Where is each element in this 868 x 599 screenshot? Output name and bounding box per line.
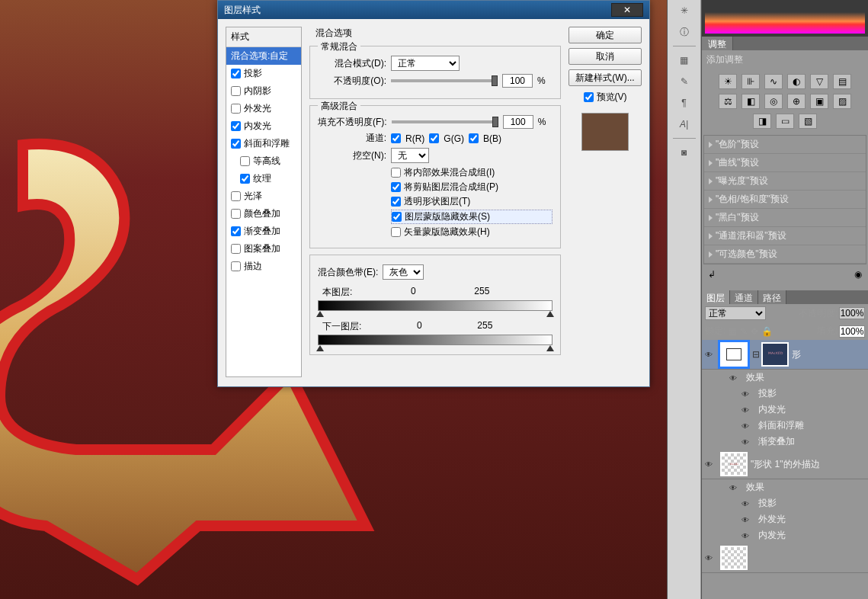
effect-item[interactable]: 外发光	[702, 511, 868, 527]
effect-item[interactable]: 渐变叠加	[702, 434, 868, 450]
channel-r[interactable]	[391, 133, 401, 143]
preset-row[interactable]: "色相/饱和度"预设	[704, 191, 866, 209]
style-item[interactable]: 图案叠加	[226, 240, 301, 258]
cb-transparency-shapes[interactable]	[391, 197, 401, 207]
preview-checkbox[interactable]	[584, 92, 594, 102]
underlying-gradient[interactable]	[318, 335, 553, 345]
style-item[interactable]: 斜面和浮雕	[226, 135, 301, 152]
character-icon[interactable]: A|	[677, 117, 692, 132]
fill-opacity-input[interactable]	[503, 115, 533, 129]
cb-layer-mask-hide[interactable]	[392, 212, 402, 222]
visibility-icon[interactable]	[741, 389, 752, 399]
cb-inner-effects[interactable]	[391, 168, 401, 178]
style-item[interactable]: 纹理	[226, 170, 301, 187]
cancel-button[interactable]: 取消	[569, 48, 642, 65]
style-checkbox[interactable]	[231, 191, 241, 201]
visibility-icon[interactable]	[741, 437, 752, 447]
style-item[interactable]: 等高线	[226, 152, 301, 170]
style-checkbox[interactable]	[231, 226, 241, 236]
effect-item[interactable]: 投影	[702, 386, 868, 402]
style-item[interactable]: 混合选项:自定	[226, 47, 301, 65]
layer-fill-input[interactable]	[839, 325, 865, 338]
effect-item[interactable]: 斜面和浮雕	[702, 418, 868, 434]
blend-mode-select[interactable]: 正常	[391, 56, 460, 71]
layer-thumb[interactable]: ᴬᴸᴸᴵᴰ	[720, 452, 748, 476]
preset-row[interactable]: "色阶"预设	[704, 136, 866, 154]
lock-brush-icon[interactable]: ✎	[740, 326, 748, 337]
layer-opacity-input[interactable]	[839, 307, 865, 319]
visibility-icon[interactable]	[705, 553, 716, 563]
style-item[interactable]: 光泽	[226, 187, 301, 205]
style-checkbox[interactable]	[231, 69, 241, 78]
style-checkbox[interactable]	[231, 244, 241, 254]
adj-arrow-icon[interactable]: ↲	[708, 269, 716, 280]
lock-transparency-icon[interactable]: ▦	[729, 326, 737, 337]
visibility-icon[interactable]	[741, 530, 752, 541]
cb-vector-mask-hide[interactable]	[391, 227, 401, 237]
adjustments-tab[interactable]: 调整	[702, 37, 733, 50]
visibility-icon[interactable]	[705, 459, 716, 469]
preset-row[interactable]: "黑白"预设	[704, 209, 866, 227]
new-style-button[interactable]: 新建样式(W)...	[569, 69, 642, 86]
style-item[interactable]: 描边	[226, 258, 301, 275]
close-button[interactable]: ✕	[611, 3, 643, 17]
channel-b[interactable]	[469, 133, 479, 143]
tab-channels[interactable]: 通道	[730, 290, 758, 304]
visibility-icon[interactable]	[741, 405, 752, 415]
effect-item[interactable]: 内发光	[702, 402, 868, 418]
layer-item[interactable]	[702, 543, 868, 573]
opacity-input[interactable]	[502, 74, 533, 88]
layer-blend-mode[interactable]: 正常	[705, 306, 766, 320]
style-checkbox[interactable]	[231, 209, 241, 219]
bw-icon[interactable]: ◧	[741, 94, 760, 109]
layer-thumb[interactable]	[720, 342, 748, 367]
mask-thumb[interactable]: ᴹᴬˢᴷᴱᴰ	[761, 342, 789, 367]
this-layer-gradient[interactable]	[318, 300, 553, 311]
style-item[interactable]: 外发光	[226, 100, 301, 117]
fill-opacity-slider[interactable]	[392, 120, 498, 123]
photo-filter-icon[interactable]: ◎	[764, 94, 783, 109]
layer-item[interactable]: ᴬᴸᴸᴵᴰ "形状 1"的外描边	[702, 450, 868, 479]
lock-move-icon[interactable]: ✥	[751, 326, 758, 337]
swatches-icon[interactable]: ▦	[677, 53, 692, 68]
style-checkbox[interactable]	[231, 104, 241, 114]
ok-button[interactable]: 确定	[569, 27, 642, 43]
style-checkbox[interactable]	[231, 121, 241, 131]
info-icon[interactable]: ⓘ	[677, 24, 692, 40]
visibility-icon[interactable]	[729, 373, 740, 383]
preset-row[interactable]: "曲线"预设	[704, 154, 866, 172]
selective-icon[interactable]: ▧	[799, 114, 817, 129]
dialog-titlebar[interactable]: 图层样式 ✕	[218, 1, 649, 19]
levels-icon[interactable]: ⊪	[741, 74, 760, 89]
link-icon[interactable]: ⊟	[752, 349, 760, 360]
effect-item[interactable]: 内发光	[702, 527, 868, 543]
camera-icon[interactable]: ◙	[677, 145, 692, 160]
style-item[interactable]: 内阴影	[226, 82, 301, 100]
brightness-icon[interactable]: ☀	[719, 74, 737, 89]
gradient-map-icon[interactable]: ▭	[776, 114, 794, 129]
adj-menu-icon[interactable]: ◉	[854, 269, 862, 280]
invert-icon[interactable]: ▣	[810, 94, 828, 109]
style-item[interactable]: 投影	[226, 65, 301, 82]
visibility-icon[interactable]	[729, 482, 740, 493]
curves-icon[interactable]: ∿	[764, 74, 783, 89]
tab-layers[interactable]: 图层	[702, 290, 730, 304]
paragraph-icon[interactable]: ¶	[677, 95, 692, 111]
lock-all-icon[interactable]: 🔒	[761, 326, 773, 337]
visibility-icon[interactable]	[741, 498, 752, 509]
style-item[interactable]: 颜色叠加	[226, 205, 301, 223]
style-checkbox[interactable]	[231, 139, 241, 149]
tab-paths[interactable]: 路径	[758, 290, 786, 304]
blend-if-select[interactable]: 灰色	[383, 264, 424, 280]
layer-thumb[interactable]	[720, 546, 748, 570]
visibility-icon[interactable]	[741, 514, 752, 525]
style-checkbox[interactable]	[240, 174, 250, 184]
mixer-icon[interactable]: ⊕	[787, 94, 806, 109]
preset-row[interactable]: "可选颜色"预设	[704, 245, 866, 264]
knockout-select[interactable]: 无	[391, 148, 429, 163]
wheel-icon[interactable]: ✳	[677, 3, 692, 18]
hue-icon[interactable]: ▤	[833, 74, 851, 89]
style-item[interactable]: 内发光	[226, 117, 301, 135]
style-checkbox[interactable]	[231, 261, 241, 271]
preset-row[interactable]: "通道混和器"预设	[704, 227, 866, 245]
